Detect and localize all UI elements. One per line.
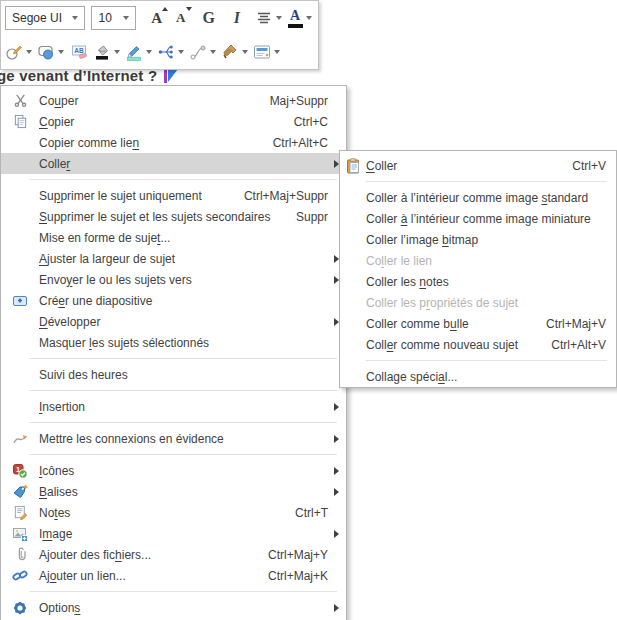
format-toolbar: Segoe UI 10 A A G I A bbox=[0, 0, 319, 70]
connector-button[interactable] bbox=[157, 39, 187, 65]
menu-item-shortcut: Ctrl+V bbox=[572, 159, 608, 173]
italic-button[interactable]: I bbox=[226, 5, 248, 31]
italic-label: I bbox=[234, 9, 240, 27]
shape-fill-icon bbox=[37, 43, 55, 61]
menu-item-supprimer-le-sujet-et-les-sujets-secondair[interactable]: Supprimer le sujet et les sujets seconda… bbox=[1, 206, 346, 227]
menu-item-shortcut: Ctrl+Maj+Suppr bbox=[244, 189, 338, 203]
alignment-button[interactable] bbox=[256, 5, 285, 31]
font-color-icon: A bbox=[288, 9, 303, 28]
relationship-button[interactable] bbox=[189, 39, 219, 65]
grow-font-button[interactable]: A bbox=[146, 5, 168, 31]
menu-item-image[interactable]: Image bbox=[1, 523, 346, 544]
menu-item-insertion[interactable]: Insertion bbox=[1, 396, 346, 417]
menu-item-label: Coller le lien bbox=[366, 254, 432, 268]
menu-item-developper[interactable]: Développer bbox=[1, 311, 346, 332]
menu-item-mettre-les-connexions-en-evidence[interactable]: Mettre les connexions en évidence bbox=[1, 428, 346, 449]
font-size-combo[interactable]: 10 bbox=[91, 6, 135, 30]
menu-item-creer-une-diapositive[interactable]: Créer une diapositive bbox=[1, 290, 346, 311]
menu-item-label: Image bbox=[39, 527, 72, 541]
menu-item-label: Ajouter des fichiers... bbox=[39, 548, 151, 562]
fill-bucket-button[interactable] bbox=[93, 39, 123, 65]
menu-item-copier-comme-lien[interactable]: Copier comme lienCtrl+Alt+C bbox=[1, 132, 346, 153]
connections-icon bbox=[1, 431, 39, 447]
menu-item-label: Ajuster la largeur de sujet bbox=[39, 252, 175, 266]
menu-item-ajouter-un-lien[interactable]: Ajouter un lien...Ctrl+Maj+K bbox=[1, 565, 346, 586]
menu-item-label: Collage spécial... bbox=[366, 370, 457, 384]
highlighter-button[interactable] bbox=[125, 39, 155, 65]
menu-item-coller-comme-nouveau-sujet[interactable]: Coller comme nouveau sujetCtrl+Alt+V bbox=[340, 334, 616, 355]
menu-item-coller-les-notes[interactable]: Coller les notes bbox=[340, 271, 616, 292]
svg-text:AB: AB bbox=[74, 47, 84, 54]
bold-button[interactable]: G bbox=[198, 5, 220, 31]
menu-item-balises[interactable]: Balises bbox=[1, 481, 346, 502]
context-menu: CouperMaj+SupprCopierCtrl+CCopier comme … bbox=[0, 85, 347, 620]
pen-shape-icon bbox=[5, 43, 23, 61]
chevron-down-icon bbox=[123, 16, 129, 20]
ab-format-button[interactable]: AB bbox=[69, 39, 91, 65]
chevron-down-icon bbox=[306, 16, 312, 20]
font-color-button[interactable]: A bbox=[288, 5, 314, 31]
menu-item-suivi-des-heures[interactable]: Suivi des heures bbox=[1, 364, 346, 385]
format-painter-button[interactable] bbox=[221, 39, 251, 65]
menu-item-mise-en-forme-de-sujet[interactable]: Mise en forme de sujet... bbox=[1, 227, 346, 248]
ab-format-icon: AB bbox=[71, 43, 89, 61]
pen-shape-button[interactable] bbox=[5, 39, 35, 65]
copy-icon bbox=[1, 114, 39, 129]
menu-item-copier[interactable]: CopierCtrl+C bbox=[1, 111, 346, 132]
topic-style-icon bbox=[253, 43, 271, 61]
menu-separator bbox=[29, 390, 337, 391]
menu-item-coller-comme-bulle[interactable]: Coller comme bulleCtrl+Maj+V bbox=[340, 313, 616, 334]
menu-item-label: Supprimer le sujet uniquement bbox=[39, 189, 202, 203]
font-size-value: 10 bbox=[98, 11, 111, 25]
menu-item-options[interactable]: Options bbox=[1, 597, 346, 618]
menu-item-label: Créer une diapositive bbox=[39, 294, 152, 308]
menu-item-masquer-les-sujets-selectionnes[interactable]: Masquer les sujets sélectionnés bbox=[1, 332, 346, 353]
shrink-font-label: A bbox=[176, 10, 185, 26]
menu-separator bbox=[29, 358, 337, 359]
menu-separator bbox=[29, 179, 337, 180]
menu-item-notes[interactable]: NotesCtrl+T bbox=[1, 502, 346, 523]
menu-item-coller[interactable]: CollerCtrl+V bbox=[340, 155, 616, 176]
menu-item-label: Coller à l’intérieur comme image miniatu… bbox=[366, 212, 591, 226]
menu-item-couper[interactable]: CouperMaj+Suppr bbox=[1, 90, 346, 111]
chevron-down-icon bbox=[26, 50, 32, 54]
gear-icon bbox=[1, 600, 39, 616]
menu-item-coller-a-l-interieur-comme-image-standard[interactable]: Coller à l’intérieur comme image standar… bbox=[340, 187, 616, 208]
toolbar-row-2: AB bbox=[1, 35, 318, 68]
menu-item-label: Envoyer le ou les sujets vers bbox=[39, 273, 192, 287]
submenu-arrow-icon bbox=[334, 403, 339, 411]
menu-item-label: Icônes bbox=[39, 464, 74, 478]
toolbar-row-1: Segoe UI 10 A A G I A bbox=[1, 1, 318, 35]
menu-item-label: Coller les propriétés de sujet bbox=[366, 296, 518, 310]
font-family-combo[interactable]: Segoe UI bbox=[5, 6, 85, 30]
caret-down-icon bbox=[186, 7, 192, 11]
submenu-arrow-icon bbox=[334, 467, 339, 475]
menu-item-coller[interactable]: Coller bbox=[1, 153, 346, 174]
image-plus-icon bbox=[1, 526, 39, 542]
menu-item-label: Coller bbox=[366, 159, 397, 173]
menu-item-label: Coller comme bulle bbox=[366, 317, 469, 331]
chevron-down-icon bbox=[274, 50, 280, 54]
menu-item-coller-l-image-bitmap[interactable]: Coller l’image bitmap bbox=[340, 229, 616, 250]
submenu-arrow-icon bbox=[334, 530, 339, 538]
chevron-down-icon bbox=[58, 50, 64, 54]
shrink-font-button[interactable]: A bbox=[170, 5, 192, 31]
menu-item-collage-special[interactable]: Collage spécial... bbox=[340, 366, 616, 387]
menu-item-label: Copier comme lien bbox=[39, 136, 139, 150]
topic-style-button[interactable] bbox=[253, 39, 283, 65]
menu-item-coller-a-l-interieur-comme-image-miniature[interactable]: Coller à l’intérieur comme image miniatu… bbox=[340, 208, 616, 229]
submenu-arrow-icon bbox=[334, 488, 339, 496]
menu-separator bbox=[366, 360, 607, 361]
menu-item-ajuster-la-largeur-de-sujet[interactable]: Ajuster la largeur de sujet bbox=[1, 248, 346, 269]
bold-label: G bbox=[203, 9, 215, 27]
menu-item-shortcut: Ctrl+Maj+V bbox=[546, 317, 608, 331]
shape-fill-button[interactable] bbox=[37, 39, 67, 65]
menu-item-icones[interactable]: 1Icônes bbox=[1, 460, 346, 481]
menu-item-label: Coller à l’intérieur comme image standar… bbox=[366, 191, 588, 205]
slide-plus-icon bbox=[1, 293, 39, 309]
chevron-down-icon bbox=[276, 16, 282, 20]
menu-item-supprimer-le-sujet-uniquement[interactable]: Supprimer le sujet uniquementCtrl+Maj+Su… bbox=[1, 185, 346, 206]
grow-font-label: A bbox=[151, 10, 162, 27]
menu-item-envoyer-le-ou-les-sujets-vers[interactable]: Envoyer le ou les sujets vers bbox=[1, 269, 346, 290]
menu-item-ajouter-des-fichiers[interactable]: Ajouter des fichiers...Ctrl+Maj+Y bbox=[1, 544, 346, 565]
